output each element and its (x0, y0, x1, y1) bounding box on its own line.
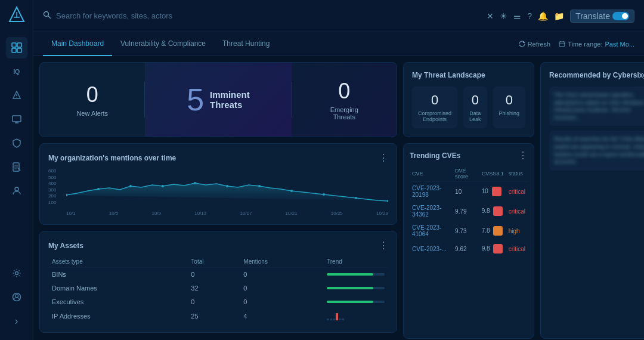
trend-bar (327, 273, 385, 276)
mentions-chart-area: 600 500 400 300 200 100 (48, 168, 388, 216)
sidebar-item-docs[interactable] (6, 156, 27, 178)
cve-col-dve: DVE score (453, 166, 479, 182)
assets-col-mentions: Mentions (240, 256, 323, 268)
assets-menu-button[interactable]: ⋮ (379, 240, 388, 251)
cve-table-row[interactable]: CVE-2023-34362 9.79 9.8 critical (410, 202, 528, 221)
tab-threat-hunting[interactable]: Threat Hunting (214, 32, 278, 56)
asset-mentions: 0 (240, 282, 323, 295)
cve-table-row[interactable]: CVE-2023-20198 10 10 critical (410, 182, 528, 202)
mentions-title: My organization's mentions over time (48, 154, 176, 162)
assets-card: My Assets ⋮ Assets type Total Mentions T… (39, 231, 397, 333)
svg-point-32 (226, 185, 228, 187)
imminent-count: 5 (187, 82, 204, 118)
svg-point-16 (15, 187, 18, 191)
cve-id: CVE-2023-20198 (410, 182, 453, 202)
metric-dataleak: 0 Data Leak (463, 86, 487, 128)
svg-line-21 (48, 16, 51, 19)
close-icon[interactable]: ✕ (487, 11, 494, 21)
cve-col-status: status (506, 166, 528, 182)
asset-trend (323, 282, 388, 295)
svg-point-33 (258, 185, 261, 187)
topbar: ✕ ☀ ⚌ ? 🔔 📁 Translate (33, 0, 644, 32)
asset-type: BINs (48, 268, 187, 282)
cvss-badge (493, 206, 503, 216)
trend-bar-fill (327, 287, 373, 289)
metric-phishing: 0 Phishing (493, 86, 526, 128)
search-input[interactable] (56, 11, 482, 20)
tabs-right-actions: Refresh Time range: Past Mo... (519, 41, 634, 48)
assets-title: My Assets (48, 242, 83, 250)
svg-point-37 (387, 200, 388, 202)
app-logo (7, 6, 26, 25)
recommended-item-0[interactable]: The Cisco ransomware operation attempted… (549, 86, 644, 126)
sidebar-item-shield[interactable] (6, 132, 27, 154)
cvss-badge (493, 226, 503, 236)
cve-dve: 10 (453, 182, 479, 202)
sidebar-item-users[interactable] (6, 180, 27, 202)
asset-total: 0 (187, 268, 240, 282)
phishing-label: Phishing (499, 110, 520, 116)
assets-col-trend: Trend (323, 256, 388, 268)
sidebar-item-alerts[interactable] (6, 85, 27, 106)
recommended-title: Recommended by Cybersixgill (549, 71, 644, 79)
recommended-item-1[interactable]: Results of searches for the "Citrix Blee… (549, 131, 644, 170)
svg-point-27 (66, 194, 67, 196)
tab-vulnerability[interactable]: Vulnerability & Compliance (112, 32, 214, 56)
content-area: 0 New Alerts 5 Imminent Threats 0 Emergi… (33, 56, 644, 340)
translate-toggle[interactable] (612, 12, 629, 20)
sidebar: IQ (0, 0, 33, 340)
asset-table-row[interactable]: Executives 0 0 (48, 295, 388, 309)
asset-table-row[interactable]: Domain Names 32 0 (48, 282, 388, 295)
notification-icon[interactable]: 🔔 (538, 11, 548, 21)
time-range[interactable]: Time range: Past Mo... (559, 41, 634, 48)
cve-status: critical (506, 202, 528, 221)
new-alerts-section: 0 New Alerts (40, 72, 144, 128)
sidebar-item-iq[interactable]: IQ (6, 61, 27, 82)
sidebar-item-dashboard[interactable] (6, 37, 27, 58)
asset-table-row[interactable]: IP Addresses 25 4 (48, 309, 388, 324)
mentions-menu-button[interactable]: ⋮ (379, 152, 388, 163)
cve-id: CVE-2023-... (410, 241, 453, 257)
svg-point-8 (16, 97, 17, 97)
asset-type: IP Addresses (48, 309, 187, 324)
svg-point-36 (355, 197, 357, 199)
svg-rect-6 (17, 48, 21, 52)
svg-rect-4 (17, 43, 21, 47)
asset-table-row[interactable]: BINs 0 0 (48, 268, 388, 282)
tab-main-dashboard[interactable]: Main Dashboard (43, 32, 112, 56)
svg-point-35 (323, 193, 325, 196)
recommended-text-1: Results of searches for the "Citrix Blee… (554, 135, 644, 165)
asset-mentions: 0 (240, 295, 323, 309)
cve-dve: 9.62 (453, 241, 479, 257)
svg-rect-3 (12, 43, 16, 47)
cve-col-name: CVE (410, 166, 453, 182)
emerging-threats-section: 0 Emerging Threats (292, 68, 397, 131)
filter-icon[interactable]: ⚌ (513, 11, 521, 21)
sidebar-item-settings[interactable] (6, 262, 27, 284)
threat-landscape-card: My Threat Landscape 0 Compromised Endpoi… (403, 62, 534, 137)
asset-mentions: 4 (240, 309, 323, 324)
time-range-label: Time range: (568, 41, 602, 48)
refresh-button[interactable]: Refresh (519, 41, 551, 48)
cve-cvss: 9.8 (479, 241, 506, 257)
trend-bar (327, 287, 385, 289)
asset-type: Domain Names (48, 282, 187, 295)
sidebar-chevron-icon[interactable]: › (6, 310, 27, 332)
svg-point-29 (129, 185, 132, 187)
refresh-label: Refresh (528, 41, 551, 48)
help-icon[interactable]: ? (527, 11, 532, 21)
assets-header: My Assets ⋮ (48, 240, 388, 251)
sidebar-item-account[interactable] (6, 286, 27, 308)
cve-table-row[interactable]: CVE-2023-41064 9.73 7.8 high (410, 221, 528, 241)
sidebar-item-monitor[interactable] (6, 109, 27, 130)
cve-table-row[interactable]: CVE-2023-... 9.62 9.8 critical (410, 241, 528, 257)
theme-icon[interactable]: ☀ (500, 11, 507, 21)
cve-menu-button[interactable]: ⋮ (518, 150, 528, 161)
translate-button[interactable]: Translate (570, 10, 634, 23)
topbar-actions: ✕ ☀ ⚌ ? 🔔 📁 Translate (487, 10, 634, 23)
cve-cvss: 9.8 (479, 202, 506, 221)
tabs-bar: Main Dashboard Vulnerability & Complianc… (33, 32, 644, 56)
cve-header: Trending CVEs ⋮ (410, 150, 528, 161)
svg-rect-9 (13, 116, 21, 122)
folder-icon[interactable]: 📁 (554, 11, 564, 21)
